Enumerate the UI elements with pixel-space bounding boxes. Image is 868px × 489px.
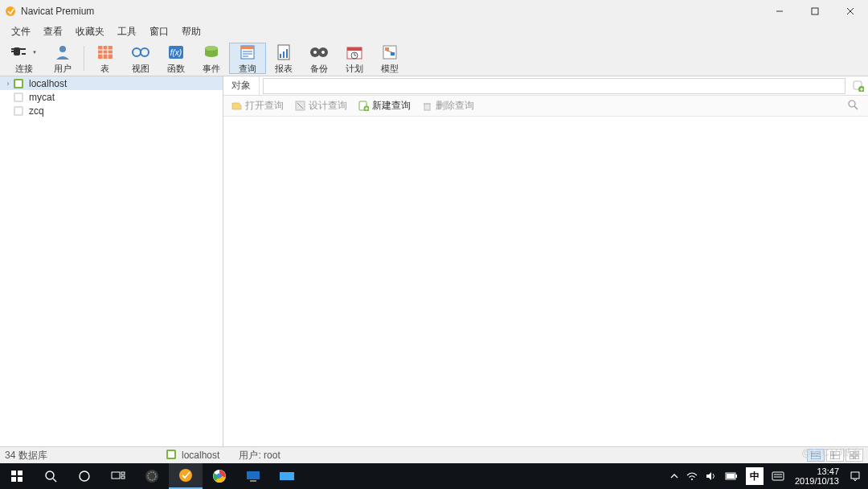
view-grid-button[interactable] [845,449,863,462]
tray-chevron-up-icon[interactable] [666,463,682,489]
minimize-button[interactable] [762,0,797,22]
svg-rect-47 [15,94,22,101]
taskbar-app-1[interactable] [135,463,169,489]
view-list-button[interactable] [807,449,825,462]
status-connection-icon [166,449,177,462]
svg-point-15 [133,48,141,56]
connection-zcq[interactable]: zcq [0,104,223,117]
content-area [223,117,868,446]
delete-query-button[interactable]: 删除查询 [422,99,474,113]
taskbar-navicat[interactable] [169,463,203,489]
status-user: 用户: root [239,449,280,462]
search-icon[interactable] [847,99,860,113]
toolbar-query-button[interactable]: 查询 [229,43,266,74]
query-icon [238,43,257,62]
tray-battery-icon[interactable] [721,463,742,489]
toolbar-model-button[interactable]: 模型 [372,43,407,74]
open-query-button[interactable]: 打开查询 [231,99,284,113]
svg-rect-60 [168,451,174,458]
object-bar-add-icon[interactable] [849,80,868,92]
toolbar-event-button[interactable]: 事件 [194,43,229,74]
tray-notifications-icon[interactable] [845,463,865,489]
toolbar-view-button[interactable]: 视图 [123,43,158,74]
tray-ime-button[interactable]: 中 [742,463,768,489]
svg-rect-30 [286,49,288,58]
view-detail-button[interactable] [826,449,844,462]
report-icon [274,43,293,62]
connection-name: zcq [29,105,44,117]
event-icon [202,43,221,62]
plug-icon [11,43,31,62]
delete-query-label: 删除查询 [436,99,474,113]
connection-localhost[interactable]: ›localhost [0,76,223,90]
search-button[interactable] [34,463,68,489]
design-query-label: 设计查询 [309,99,347,113]
svg-rect-80 [121,476,125,479]
toolbar-schedule-button[interactable]: 计划 [337,43,372,74]
open-query-label: 打开查询 [245,99,284,113]
connection-icon [13,92,26,103]
maximize-button[interactable] [797,0,833,22]
view-icon [131,43,150,62]
svg-rect-68 [855,451,859,454]
svg-point-34 [321,51,325,54]
new-query-label: 新建查询 [372,99,411,113]
model-icon [380,43,399,62]
menu-2[interactable]: 收藏夹 [69,23,111,41]
cortana-button[interactable] [68,463,101,489]
svg-point-83 [179,469,192,482]
close-button[interactable] [833,0,868,22]
object-tab[interactable]: 对象 [223,76,260,95]
windows-taskbar: 中 13:47 2019/10/13 [0,463,868,489]
start-button[interactable] [0,463,34,489]
tray-wifi-icon[interactable] [682,463,702,489]
task-view-button[interactable] [101,463,135,489]
toolbar-connect-button[interactable]: ▼连接 [3,43,45,74]
svg-rect-36 [347,47,362,51]
connection-mycat[interactable]: mycat [0,90,223,104]
toolbar-user-button[interactable]: 用户 [45,43,80,74]
status-connection: localhost [182,450,219,461]
svg-rect-74 [18,477,23,482]
menu-1[interactable]: 查看 [37,23,69,41]
toolbar-table-button[interactable]: 表 [88,43,123,74]
svg-rect-69 [850,456,854,459]
toolbar-function-button[interactable]: f(x)函数 [158,43,194,74]
window-title: Navicat Premium [21,6,762,17]
tray-keyboard-icon[interactable] [768,463,788,489]
object-filter-input[interactable] [263,78,845,94]
user-icon [53,43,72,62]
svg-rect-61 [811,451,821,459]
design-query-icon [295,101,305,111]
toolbar-backup-button[interactable]: 备份 [301,43,337,74]
schedule-icon [345,43,364,62]
svg-rect-10 [98,46,113,59]
status-db-count: 34 数据库 [5,449,166,462]
svg-rect-41 [385,47,389,51]
toolbar-event-label: 事件 [203,63,220,75]
menu-5[interactable]: 帮助 [175,23,207,41]
design-query-button[interactable]: 设计查询 [295,99,347,113]
menu-3[interactable]: 工具 [111,23,143,41]
backup-icon [309,43,329,62]
menu-0[interactable]: 文件 [5,23,37,41]
svg-point-21 [205,46,218,51]
connections-sidebar[interactable]: ›localhostmycatzcq [0,76,223,446]
svg-rect-42 [391,52,395,55]
main-toolbar: ▼连接用户表视图f(x)函数事件查询报表备份计划模型 [0,41,868,76]
svg-rect-71 [11,471,16,475]
new-query-button[interactable]: 新建查询 [358,99,411,113]
tray-clock[interactable]: 13:47 2019/10/13 [788,466,845,486]
svg-rect-93 [772,472,784,480]
toolbar-schedule-label: 计划 [346,63,363,75]
taskbar-app-2[interactable] [236,463,270,489]
taskbar-chrome[interactable] [203,463,236,489]
system-tray: 中 13:47 2019/10/13 [666,463,868,489]
menu-4[interactable]: 窗口 [143,23,175,41]
navicat-app-icon [5,6,16,17]
svg-rect-86 [247,471,260,479]
toolbar-report-button[interactable]: 报表 [266,43,301,74]
tray-volume-icon[interactable] [702,463,721,489]
svg-rect-72 [18,471,23,475]
taskbar-app-3[interactable] [270,463,304,489]
